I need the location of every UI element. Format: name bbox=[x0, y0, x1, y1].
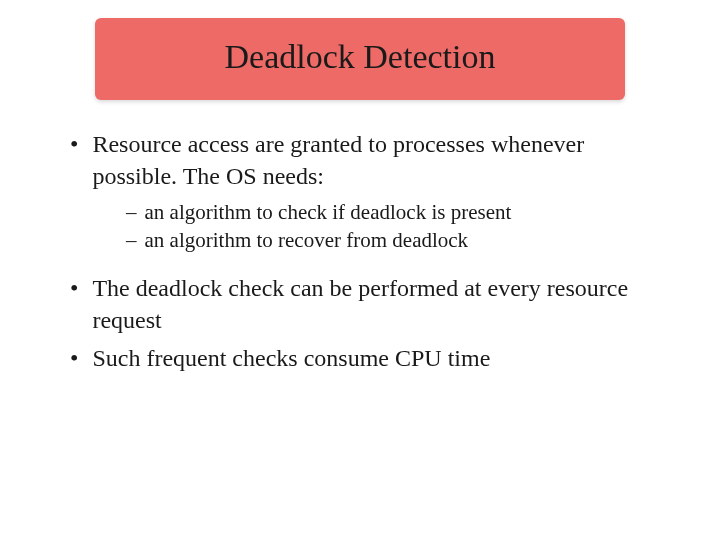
title-box: Deadlock Detection bbox=[95, 18, 625, 100]
slide-title: Deadlock Detection bbox=[125, 38, 595, 76]
sub-list: – an algorithm to check if deadlock is p… bbox=[126, 198, 650, 254]
sub-text: an algorithm to check if deadlock is pre… bbox=[145, 198, 512, 226]
bullet-text: Resource access are granted to processes… bbox=[92, 128, 650, 192]
slide-container: Deadlock Detection • Resource access are… bbox=[0, 0, 720, 540]
bullet-dot-icon: • bbox=[70, 342, 78, 374]
bullet-item: • Resource access are granted to process… bbox=[70, 128, 650, 192]
bullet-dot-icon: • bbox=[70, 272, 78, 304]
bullet-item: • The deadlock check can be performed at… bbox=[70, 272, 650, 336]
dash-icon: – bbox=[126, 226, 137, 254]
dash-icon: – bbox=[126, 198, 137, 226]
bullet-text: Such frequent checks consume CPU time bbox=[92, 342, 490, 374]
sub-item: – an algorithm to recover from deadlock bbox=[126, 226, 650, 254]
bullet-item: • Such frequent checks consume CPU time bbox=[70, 342, 650, 374]
bullet-dot-icon: • bbox=[70, 128, 78, 160]
sub-text: an algorithm to recover from deadlock bbox=[145, 226, 469, 254]
bullet-text: The deadlock check can be performed at e… bbox=[92, 272, 650, 336]
content-area: • Resource access are granted to process… bbox=[40, 128, 680, 374]
sub-item: – an algorithm to check if deadlock is p… bbox=[126, 198, 650, 226]
